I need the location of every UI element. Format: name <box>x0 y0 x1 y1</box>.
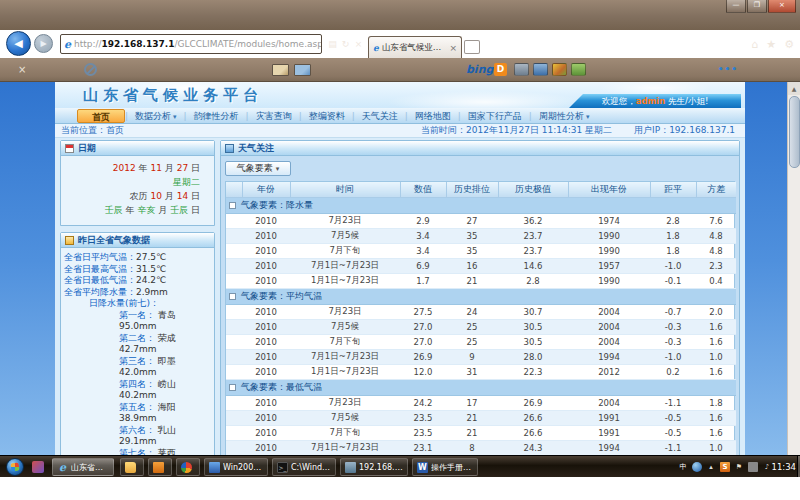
screen: — ❐ × ◀ ▶ e http://192.168.137.1/GLCCLIM… <box>0 0 800 500</box>
table-cell: 1.0 <box>696 441 736 456</box>
close-toolbar-icon[interactable]: × <box>18 64 26 75</box>
messenger-icon[interactable] <box>533 63 548 76</box>
table-cell: 1.6 <box>696 365 736 380</box>
taskbar-button-orange[interactable] <box>148 458 172 476</box>
im-icon[interactable] <box>692 462 702 472</box>
taskbar-button-word[interactable]: W操作手册.docx ... <box>412 458 478 476</box>
mail-card-icon[interactable] <box>294 64 311 76</box>
nav-item-label: 天气关注 <box>362 111 398 121</box>
ie-favicon: e <box>64 38 71 51</box>
nav-item-label: 数据分析 <box>135 111 171 121</box>
table-cell: 7月5候 <box>290 320 400 335</box>
table-cell: 2.8 <box>498 274 568 289</box>
gallery-card-icon[interactable] <box>272 64 289 76</box>
close-button[interactable]: × <box>768 0 796 13</box>
new-tab-button[interactable] <box>464 40 480 54</box>
volume-icon[interactable]: ♪ <box>762 462 772 472</box>
flag-icon[interactable]: ⚑ <box>734 462 744 472</box>
blocked-content-icon[interactable] <box>84 63 97 76</box>
table-cell: 2010 <box>242 335 290 350</box>
tab-close-icon[interactable]: × <box>449 43 457 53</box>
apps-puzzle-icon[interactable] <box>571 63 586 76</box>
tools-gear-icon[interactable]: ⚙ <box>784 38 794 51</box>
nav-item-8[interactable]: 周期性分析▾ <box>532 109 597 123</box>
table-cell: 1.6 <box>696 335 736 350</box>
forward-button[interactable]: ▶ <box>34 34 53 53</box>
table-row: 20107月23日27.52430.72004-0.72.0 <box>226 305 736 320</box>
table-cell: -0.7 <box>650 305 696 320</box>
table-cell: 2004 <box>568 396 650 411</box>
browser-scrollbar[interactable]: ▲ <box>787 82 800 478</box>
up-arrow-icon[interactable]: ▴ <box>706 462 716 472</box>
group-checkbox[interactable] <box>229 384 236 391</box>
refresh-button[interactable]: ↻ <box>339 36 352 52</box>
start-button[interactable] <box>6 458 24 476</box>
date-line: 壬辰 年 辛亥 月 壬辰 日 <box>65 203 200 217</box>
bing-logo[interactable]: bing <box>466 63 493 76</box>
group-title: 气象要素：最低气温 <box>241 382 322 392</box>
table-cell: 9 <box>446 350 498 365</box>
nav-item-1[interactable]: 数据分析▾ <box>128 109 184 123</box>
d-badge-icon[interactable]: D <box>494 63 507 76</box>
table-cell: 35 <box>446 229 498 244</box>
table-cell: 21 <box>446 411 498 426</box>
stop-button[interactable]: × <box>352 36 365 52</box>
palette-icon[interactable] <box>552 63 567 76</box>
table-cell: 2.0 <box>696 305 736 320</box>
compatibility-view-icon[interactable]: ▤ <box>326 36 339 52</box>
weather-data-panel: 昨日全省气象数据 全省日平均气温：27.5℃全省日最高气温：31.5℃全省日最低… <box>60 232 215 478</box>
nav-item-6[interactable]: 网络地图 <box>408 109 458 123</box>
favorites-icon[interactable]: ★ <box>766 38 776 51</box>
nav-item-label: 首页 <box>92 112 110 122</box>
weather-watch-body: 气象要素 ▾ 年份时间数值历史排位历史极值出现年份距平方差 气象要素：降水量20… <box>221 156 739 478</box>
minimize-button[interactable]: — <box>726 0 746 13</box>
weather-watch-panel: 天气关注 气象要素 ▾ <box>220 140 740 478</box>
nav-item-3[interactable]: 灾害查询 <box>249 109 299 123</box>
table-cell: 2010 <box>242 305 290 320</box>
taskbar-button-console[interactable]: >_C:\Windows\s... <box>272 458 336 476</box>
table-cell: 23.1 <box>400 441 446 456</box>
element-filter-button[interactable]: 气象要素 ▾ <box>225 161 291 176</box>
taskbar-button-label: 操作手册.docx ... <box>431 462 473 473</box>
table-cell: 7月23日 <box>290 214 400 229</box>
camera-icon[interactable] <box>514 63 529 76</box>
address-bar[interactable]: e http://192.168.137.1/GLCCLIMATE/module… <box>60 34 322 54</box>
table-row: 20107月1日~7月23日6.91614.61957-1.02.3 <box>226 259 736 274</box>
nav-item-2[interactable]: 韵律性分析 <box>187 109 246 123</box>
maximize-button[interactable]: ❐ <box>747 0 767 13</box>
taskbar-button-ie[interactable]: e山东省气候业... <box>52 458 114 476</box>
network-icon[interactable] <box>748 462 758 472</box>
browser-nav-row: ◀ ▶ e http://192.168.137.1/GLCCLIMATE/mo… <box>0 30 800 58</box>
browser-tab[interactable]: e 山东省气候业务平... × <box>368 36 462 58</box>
table-cell: 2010 <box>242 244 290 259</box>
taskbar-button-folder[interactable] <box>120 458 144 476</box>
nav-item-label: 国家下行产品 <box>468 111 522 121</box>
column-header: 历史极值 <box>498 182 568 198</box>
nav-item-5[interactable]: 天气关注 <box>355 109 405 123</box>
group-checkbox[interactable] <box>229 202 236 209</box>
nav-item-4[interactable]: 整编资料 <box>302 109 352 123</box>
home-icon[interactable]: ⌂ <box>751 38 758 51</box>
taskbar-button-circle[interactable] <box>176 458 200 476</box>
sogou-icon[interactable]: S <box>720 462 730 472</box>
quick-launch-icon[interactable] <box>32 461 44 473</box>
nav-item-label: 网络地图 <box>415 111 451 121</box>
toolbar-overflow-icon[interactable]: ••• <box>718 64 738 74</box>
summary-line: 全省日最高气温：31.5℃ <box>64 264 212 276</box>
back-button[interactable]: ◀ <box>6 31 31 56</box>
table-cell: 23.7 <box>498 229 568 244</box>
scrollbar-thumb[interactable] <box>789 96 800 168</box>
welcome-ribbon: 欢迎您，admin 先生/小姐! <box>569 94 741 108</box>
scrollbar-up-arrow[interactable]: ▲ <box>788 82 800 95</box>
nav-item-0[interactable]: 首页 <box>77 109 125 123</box>
language-indicator[interactable]: 中 <box>678 462 688 472</box>
table-cell: 26.6 <box>498 411 568 426</box>
nav-item-7[interactable]: 国家下行产品 <box>461 109 529 123</box>
taskbar-clock[interactable]: 11:34 <box>772 456 797 478</box>
table-cell: 30.7 <box>498 305 568 320</box>
table-cell: -1.1 <box>650 396 696 411</box>
table-cell: 1974 <box>568 214 650 229</box>
group-checkbox[interactable] <box>229 293 236 300</box>
taskbar-button-blue[interactable]: Win2008 (VS2... <box>204 458 268 476</box>
taskbar-button-remote[interactable]: 192.168.59.99... <box>340 458 408 476</box>
